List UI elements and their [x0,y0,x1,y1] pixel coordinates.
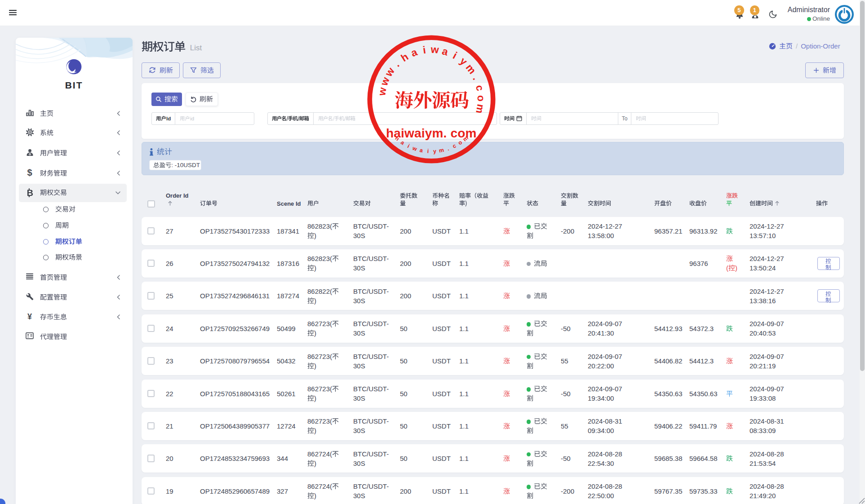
svg-text:c: c [474,84,486,92]
svg-text:h: h [399,51,411,64]
svg-text:a: a [419,147,424,154]
svg-text:y: y [433,148,437,154]
svg-text:i: i [407,143,411,149]
svg-text:o: o [475,95,487,102]
svg-text:c: c [452,142,457,150]
svg-text:w: w [412,145,418,152]
svg-text:w: w [376,87,389,97]
svg-text:a: a [409,46,419,59]
svg-text:i: i [422,44,427,56]
svg-text:.: . [471,74,483,82]
svg-text:i: i [451,49,459,61]
svg-text:m: m [464,62,479,76]
svg-text:.: . [447,146,450,152]
svg-text:i: i [427,148,429,155]
svg-text:w: w [430,44,439,56]
svg-text:a: a [441,45,450,58]
svg-text:.: . [391,59,402,69]
svg-text:w: w [382,65,397,79]
svg-text:m: m [474,103,487,115]
svg-text:m: m [439,147,445,154]
